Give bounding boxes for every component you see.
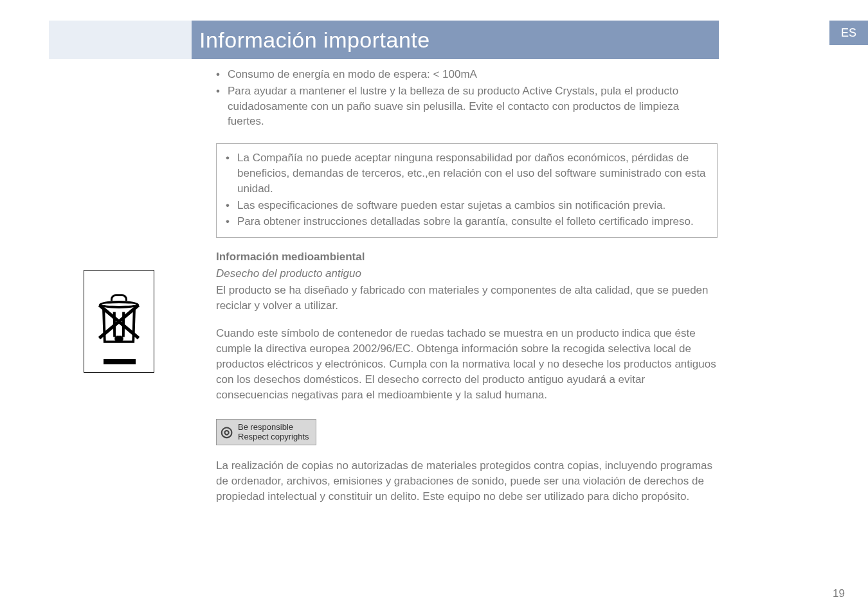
intro-bullet-list: Consumo de energía en modo de espera: < … xyxy=(216,67,718,129)
copyright-badge: ◎ Be responsible Respect copyrights xyxy=(216,419,316,445)
environmental-subheading: Desecho del producto antiguo xyxy=(216,266,718,281)
main-content: Consumo de energía en modo de espera: < … xyxy=(216,67,718,506)
disclaimer-list: La Compañía no puede aceptar ninguna res… xyxy=(226,150,708,229)
list-item: Para obtener instrucciones detalladas so… xyxy=(226,214,708,229)
environmental-heading: Información medioambiental xyxy=(216,249,718,265)
copyright-badge-text: Be responsible Respect copyrights xyxy=(238,423,309,442)
page-number: 19 xyxy=(833,587,845,600)
copyright-icon: ◎ xyxy=(221,422,233,442)
language-tab: ES xyxy=(829,21,868,45)
weee-bin-icon xyxy=(84,270,154,373)
page-title: Información importante xyxy=(199,28,430,53)
list-item: Consumo de energía en modo de espera: < … xyxy=(216,67,718,82)
list-item: Las especificaciones de software pueden … xyxy=(226,198,708,213)
badge-line1: Be responsible xyxy=(238,422,293,432)
weee-paragraph: Cuando este símbolo de contenedor de rue… xyxy=(216,326,718,402)
environmental-intro: El producto se ha diseñado y fabricado c… xyxy=(216,283,718,314)
badge-line2: Respect copyrights xyxy=(238,432,309,441)
list-item: La Compañía no puede aceptar ninguna res… xyxy=(226,150,708,196)
copyright-paragraph: La realización de copias no autorizadas … xyxy=(216,458,718,504)
title-bar: Información importante xyxy=(192,21,719,59)
document-page: Información importante ES Consumo de ene… xyxy=(0,0,868,613)
list-item: Para ayudar a mantener el lustre y la be… xyxy=(216,84,718,129)
title-margin-block xyxy=(49,21,192,59)
disclaimer-box: La Compañía no puede aceptar ninguna res… xyxy=(216,143,718,238)
